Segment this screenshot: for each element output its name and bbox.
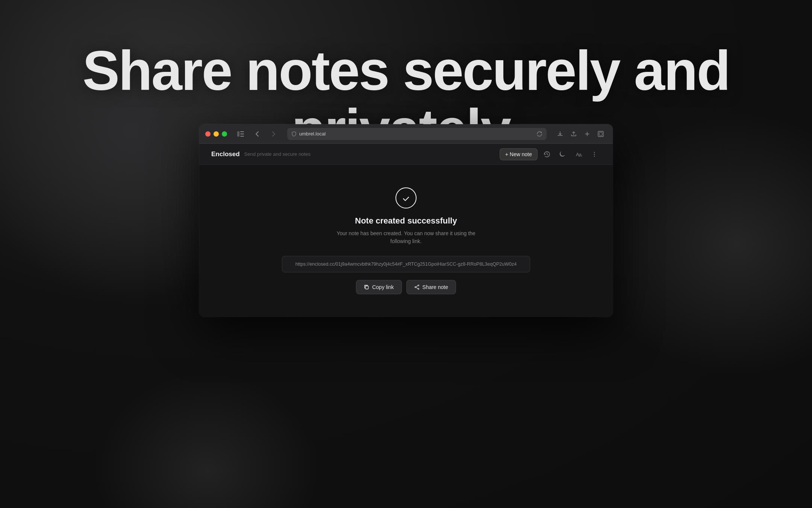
svg-rect-5 — [599, 132, 602, 135]
action-buttons: Copy link Share note — [356, 280, 456, 294]
svg-point-10 — [594, 155, 595, 156]
app-content: Note created successfully Your note has … — [199, 165, 613, 317]
download-button[interactable] — [554, 128, 566, 140]
app-name: Enclosed — [211, 151, 240, 158]
url-text: umbrel.local — [299, 131, 326, 137]
app-header: Enclosed Send private and secure notes +… — [199, 144, 613, 165]
traffic-light-red[interactable] — [205, 131, 211, 137]
app-actions: + New note A あ — [500, 148, 601, 161]
traffic-light-yellow[interactable] — [214, 131, 219, 137]
app-brand: Enclosed Send private and secure notes — [211, 151, 311, 158]
new-note-button[interactable]: + New note — [500, 148, 538, 160]
translate-icon-button[interactable]: A あ — [572, 148, 585, 161]
svg-text:あ: あ — [579, 153, 582, 157]
share-link-text: https://enclosed.cc/01j9a4wrncvbthk79hzy… — [290, 262, 522, 267]
svg-rect-1 — [240, 131, 244, 132]
app-tagline: Send private and secure notes — [244, 151, 311, 157]
share-note-button[interactable]: Share note — [406, 280, 456, 294]
success-description: Your note has been created. You can now … — [336, 230, 475, 245]
refresh-icon[interactable] — [537, 131, 542, 137]
success-title: Note created successfully — [355, 216, 457, 226]
copy-link-button[interactable]: Copy link — [356, 280, 402, 294]
browser-window: umbrel.local — [199, 124, 613, 317]
dark-mode-icon-button[interactable] — [556, 148, 569, 161]
traffic-light-green[interactable] — [222, 131, 227, 137]
svg-point-8 — [594, 152, 595, 152]
share-icon — [414, 284, 420, 290]
svg-point-9 — [594, 154, 595, 154]
svg-rect-4 — [598, 131, 603, 137]
link-box: https://enclosed.cc/01j9a4wrncvbthk79hzy… — [282, 256, 530, 272]
address-bar[interactable]: umbrel.local — [287, 128, 547, 140]
browser-actions — [554, 128, 607, 140]
history-icon-button[interactable] — [541, 148, 553, 161]
success-icon — [395, 187, 417, 208]
shield-icon — [292, 131, 296, 137]
new-tab-button[interactable] — [581, 128, 593, 140]
svg-rect-0 — [237, 131, 239, 137]
forward-button[interactable] — [268, 128, 280, 140]
browser-chrome: umbrel.local — [199, 124, 613, 144]
copy-icon — [364, 284, 369, 290]
svg-rect-3 — [240, 136, 244, 137]
traffic-lights — [205, 131, 227, 137]
share-button[interactable] — [568, 128, 580, 140]
svg-rect-11 — [365, 286, 368, 289]
tabs-overview-button[interactable] — [595, 128, 607, 140]
more-options-button[interactable] — [588, 148, 601, 161]
svg-rect-2 — [240, 134, 244, 134]
checkmark-icon — [401, 193, 411, 203]
back-button[interactable] — [251, 128, 263, 140]
sidebar-toggle-button[interactable] — [235, 128, 247, 140]
